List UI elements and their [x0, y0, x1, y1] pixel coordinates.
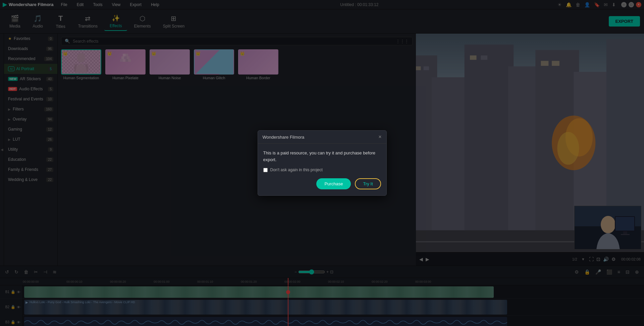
dialog-checkbox-row: Don't ask again in this project	[263, 168, 381, 172]
dialog-header: Wondershare Filmora ×	[258, 131, 386, 144]
dialog-title: Wondershare Filmora	[263, 135, 305, 140]
dialog-body: This is a paid resource, you can try it …	[258, 144, 386, 195]
dialog-overlay: Wondershare Filmora × This is a paid res…	[0, 0, 644, 326]
dialog-close-button[interactable]: ×	[378, 134, 381, 140]
dont-ask-label: Don't ask again in this project	[270, 168, 323, 172]
dialog-message: This is a paid resource, you can try it …	[263, 150, 381, 163]
purchase-button[interactable]: Purchase	[316, 178, 351, 189]
dialog: Wondershare Filmora × This is a paid res…	[258, 130, 387, 196]
dialog-actions: Purchase Try It	[263, 178, 381, 189]
dont-ask-checkbox[interactable]	[263, 168, 268, 172]
try-it-button[interactable]: Try It	[355, 178, 381, 189]
